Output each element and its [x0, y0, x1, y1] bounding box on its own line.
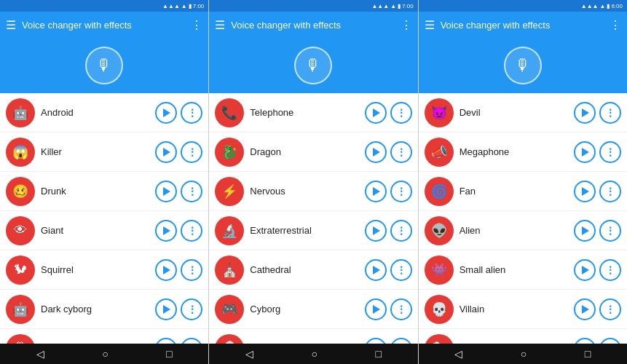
play-button[interactable]: [155, 141, 177, 163]
play-button[interactable]: [574, 141, 596, 163]
toolbar: ☰ Voice changer with effects ⋮: [419, 12, 627, 38]
more-icon[interactable]: ⋮: [191, 18, 202, 32]
play-button[interactable]: [574, 102, 596, 124]
more-button[interactable]: ⋮: [390, 220, 412, 242]
item-icon: 🤖: [12, 301, 28, 317]
menu-icon[interactable]: ☰: [425, 18, 435, 32]
item-icon: 🌀: [431, 183, 447, 199]
play-button[interactable]: [365, 338, 387, 344]
dots-icon: ⋮: [396, 146, 406, 158]
play-button[interactable]: [155, 259, 177, 281]
item-label: Devil: [460, 107, 568, 118]
menu-icon[interactable]: ☰: [6, 18, 16, 32]
play-button[interactable]: [155, 298, 177, 320]
item-icon: 👁: [14, 223, 27, 238]
status-icons: ▲▲▲ ▲ ▮ 7:00: [162, 3, 204, 9]
menu-icon[interactable]: ☰: [215, 18, 225, 32]
mic-section: 🎙: [0, 38, 208, 93]
play-button[interactable]: [155, 102, 177, 124]
play-button[interactable]: [155, 338, 177, 344]
items-list: 📞 Telephone ⋮ 🐉 Dragon ⋮: [209, 93, 417, 344]
back-button[interactable]: ◁: [245, 348, 253, 360]
more-button[interactable]: ⋮: [599, 338, 621, 344]
home-button[interactable]: ○: [521, 348, 527, 360]
play-button[interactable]: [365, 259, 387, 281]
more-button[interactable]: ⋮: [599, 141, 621, 163]
play-button[interactable]: [155, 220, 177, 242]
item-actions: ⋮: [574, 181, 621, 202]
more-icon[interactable]: ⋮: [610, 18, 621, 32]
more-button[interactable]: ⋮: [390, 338, 412, 344]
more-button[interactable]: ⋮: [181, 102, 202, 124]
back-button[interactable]: ◁: [454, 348, 462, 360]
more-button[interactable]: ⋮: [599, 220, 621, 242]
item-icon-circle: 🤖: [6, 295, 35, 324]
item-label: Nervous: [250, 186, 358, 197]
more-button[interactable]: ⋮: [181, 220, 202, 242]
item-icon-circle: 👾: [425, 256, 454, 285]
recent-button[interactable]: □: [166, 348, 172, 360]
more-button[interactable]: ⋮: [599, 102, 621, 124]
signal-icon: ▲▲▲: [371, 3, 389, 9]
more-icon[interactable]: ⋮: [401, 18, 412, 32]
more-button[interactable]: ⋮: [181, 298, 202, 320]
home-button[interactable]: ○: [102, 348, 108, 360]
more-button[interactable]: ⋮: [181, 141, 202, 163]
item-icon: 💀: [431, 301, 447, 317]
more-button[interactable]: ⋮: [181, 181, 202, 202]
item-label: Giant: [41, 225, 149, 236]
item-icon-circle: ⛪: [215, 256, 244, 285]
more-button[interactable]: ⋮: [599, 259, 621, 281]
more-button[interactable]: ⋮: [390, 181, 412, 202]
list-item: 📞 Telephone ⋮: [209, 93, 417, 132]
list-item: 👽 Alien ⋮: [419, 211, 627, 250]
recent-button[interactable]: □: [585, 348, 591, 360]
play-button[interactable]: [365, 102, 387, 124]
wifi-icon: ▲: [599, 3, 605, 9]
item-label: Killer: [41, 146, 149, 157]
play-icon: [582, 148, 589, 157]
dots-icon: ⋮: [396, 107, 406, 119]
play-button[interactable]: [365, 181, 387, 202]
play-button[interactable]: [574, 181, 596, 202]
mic-circle[interactable]: 🎙: [294, 47, 332, 84]
play-button[interactable]: [155, 181, 177, 202]
home-button[interactable]: ○: [312, 348, 318, 360]
play-icon: [582, 187, 589, 196]
mic-circle[interactable]: 🎙: [85, 47, 123, 84]
dots-icon: ⋮: [396, 264, 406, 276]
item-icon-circle: 😱: [6, 138, 35, 167]
play-icon: [373, 226, 380, 235]
more-button[interactable]: ⋮: [390, 298, 412, 320]
recent-button[interactable]: □: [375, 348, 381, 360]
more-button[interactable]: ⋮: [599, 181, 621, 202]
more-button[interactable]: ⋮: [599, 298, 621, 320]
item-actions: ⋮: [574, 298, 621, 320]
more-button[interactable]: ⋮: [390, 102, 412, 124]
item-icon-circle: 😈: [425, 98, 454, 127]
list-item: 🥴 Drunk ⋮: [0, 172, 208, 211]
mic-circle[interactable]: 🎙: [504, 47, 542, 84]
status-icons: ▲▲▲ ▲ ▮ 6:00: [581, 3, 623, 9]
item-icon-circle: 🎮: [215, 295, 244, 324]
play-button[interactable]: [365, 141, 387, 163]
play-icon: [373, 187, 380, 196]
time-label: 7:00: [402, 3, 414, 9]
back-button[interactable]: ◁: [36, 348, 44, 360]
play-button[interactable]: [365, 298, 387, 320]
play-button[interactable]: [574, 220, 596, 242]
play-button[interactable]: [574, 259, 596, 281]
dots-icon: ⋮: [605, 264, 615, 276]
more-button[interactable]: ⋮: [390, 259, 412, 281]
dots-icon: ⋮: [187, 264, 197, 276]
play-button[interactable]: [574, 338, 596, 344]
battery-icon: ▮: [607, 3, 610, 9]
play-button[interactable]: [574, 298, 596, 320]
play-button[interactable]: [365, 220, 387, 242]
more-button[interactable]: ⋮: [181, 338, 202, 344]
items-list: 😈 Devil ⋮ 📣 Megaphone ⋮: [419, 93, 627, 344]
more-button[interactable]: ⋮: [181, 259, 202, 281]
more-button[interactable]: ⋮: [390, 141, 412, 163]
list-item: 🐿 Squirrel ⋮: [0, 250, 208, 290]
list-item: ⛪ Cathedral ⋮: [209, 250, 417, 290]
